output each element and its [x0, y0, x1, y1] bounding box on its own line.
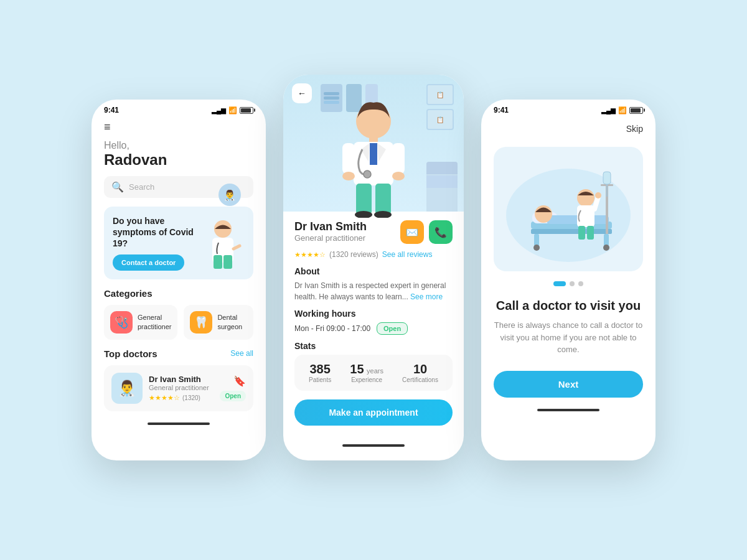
categories-title: Categories: [104, 288, 253, 299]
home-indicator-3: [537, 409, 599, 411]
battery-icon-3: [629, 107, 643, 114]
svg-rect-15: [375, 184, 391, 215]
stat-cert-label: Certifications: [402, 376, 438, 383]
stats-row: 385 Patients 15 years Experience 10 Cert…: [294, 355, 453, 391]
appointment-button[interactable]: Make an appointment: [294, 399, 453, 426]
doctor-illustration: [201, 218, 245, 268]
stat-exp-label: Experience: [350, 376, 383, 383]
status-bar-1: 9:41 ▂▄▆ 📶: [92, 100, 266, 117]
avatar[interactable]: 👨‍⚕️: [218, 184, 241, 206]
svg-rect-37: [587, 226, 594, 240]
greeting: Hello, Radovan: [104, 140, 253, 169]
about-heading: About: [294, 266, 453, 276]
covid-title: Do you have symptoms of Covid 19?: [113, 215, 201, 250]
profile-reviews: (1320 reviews): [329, 250, 378, 259]
svg-rect-11: [392, 143, 405, 174]
home-indicator-1: [148, 422, 210, 425]
stats-heading: Stats: [294, 341, 453, 351]
cat-label-general: General practitioner: [138, 313, 171, 331]
svg-point-12: [342, 172, 355, 180]
stat-exp-number: 15: [350, 362, 364, 376]
home-indicator-2: [342, 444, 405, 447]
stat-exp-unit: years: [367, 367, 383, 375]
svg-rect-2: [214, 255, 222, 269]
doctor-info-1: Dr Ivan Smith General practitioner ★★★★☆…: [149, 375, 214, 402]
screen3-content: Skip: [481, 117, 655, 404]
svg-rect-36: [578, 226, 585, 240]
svg-point-35: [595, 192, 601, 198]
doctor-stars-1: ★★★★☆: [149, 394, 180, 402]
profile-name-section: Dr Ivan Smith General practitioner: [294, 220, 367, 243]
status-bar-3: 9:41 ▂▄▆ 📶: [481, 100, 655, 117]
status-icons-1: ▂▄▆ 📶: [212, 106, 253, 114]
dot-2: [570, 281, 575, 286]
search-input[interactable]: Search: [129, 182, 154, 192]
signal-icon-3: ▂▄▆: [601, 107, 616, 114]
rating-row: ★★★★☆ (1320 reviews) See all reviews: [294, 250, 453, 259]
greeting-section: Hello, Radovan 👨‍⚕️: [104, 140, 253, 169]
cabinet-decor: [426, 162, 458, 212]
onboarding-illustration: [494, 147, 643, 271]
signal-icon: ▂▄▆: [212, 107, 226, 114]
svg-rect-8: [370, 143, 377, 165]
see-all-reviews-link[interactable]: See all reviews: [382, 250, 433, 259]
about-text: Dr Ivan Smith is a respected expert in g…: [294, 280, 453, 302]
dots-indicator: [494, 281, 643, 286]
category-general[interactable]: 🩺 General practitioner: [104, 305, 177, 340]
svg-point-24: [603, 245, 609, 251]
categories-row: 🩺 General practitioner 🦷 Dental surgeon: [104, 305, 253, 340]
cat-label-dental: Dental surgeon: [217, 313, 247, 331]
time-1: 9:41: [104, 106, 119, 114]
battery-icon: [240, 107, 253, 114]
svg-rect-14: [356, 184, 372, 215]
svg-point-13: [392, 172, 405, 180]
doctor-specialty-1: General practitioner: [149, 384, 214, 391]
skip-row: Skip: [494, 123, 643, 134]
doctor-reviews-1: (1320): [182, 394, 200, 401]
screen2-header: ← 📋 📋: [283, 75, 464, 212]
stat-patients-number: 385: [309, 362, 331, 376]
stat-experience: 15 years Experience: [350, 362, 383, 383]
hamburger-menu[interactable]: ≡: [104, 121, 253, 134]
see-all-doctors[interactable]: See all: [230, 349, 253, 358]
stat-patients-label: Patients: [309, 376, 331, 383]
svg-point-9: [364, 170, 371, 178]
greeting-hello: Hello,: [104, 140, 253, 151]
email-button[interactable]: ✉️: [400, 220, 424, 244]
svg-rect-20: [531, 229, 612, 234]
doctor-avatar-1: 👨‍⚕️: [111, 373, 143, 404]
category-dental[interactable]: 🦷 Dental surgeon: [184, 305, 253, 340]
profile-stars: ★★★★☆: [294, 251, 326, 259]
greeting-name: Radovan: [104, 151, 253, 169]
contact-doctor-button[interactable]: Contact a doctor: [113, 254, 184, 271]
covid-banner: Do you have symptoms of Covid 19? Contac…: [104, 207, 253, 279]
svg-rect-30: [603, 172, 611, 184]
stat-experience-value: 15 years: [350, 362, 383, 376]
search-icon: 🔍: [111, 181, 124, 193]
dot-1: [553, 281, 566, 286]
next-button[interactable]: Next: [494, 371, 643, 398]
profile-name: Dr Ivan Smith: [294, 220, 367, 233]
screen1-phone: 9:41 ▂▄▆ 📶 ≡ Hello, Radovan 👨‍⚕️ 🔍: [92, 100, 266, 460]
hours-heading: Working hours: [294, 309, 453, 319]
svg-rect-10: [342, 143, 355, 174]
hours-text: Mon - Fri 09:00 - 17:00: [294, 324, 370, 333]
back-button[interactable]: ←: [292, 83, 312, 103]
hours-row: Mon - Fri 09:00 - 17:00 Open: [294, 322, 453, 335]
skip-button[interactable]: Skip: [626, 124, 643, 134]
svg-line-4: [233, 246, 240, 249]
bookmark-icon[interactable]: 🔖: [233, 375, 246, 387]
screen2-body: Dr Ivan Smith General practitioner ✉️ 📞 …: [283, 212, 464, 439]
onboard-description: There is always chance to call a doctor …: [494, 319, 643, 356]
doctor-card-1[interactable]: 👨‍⚕️ Dr Ivan Smith General practitioner …: [104, 365, 253, 411]
see-more-link[interactable]: See more: [410, 292, 443, 301]
action-buttons: ✉️ 📞: [400, 220, 453, 244]
svg-rect-33: [577, 205, 594, 227]
stat-cert-number: 10: [402, 362, 438, 376]
svg-point-23: [533, 245, 540, 251]
time-3: 9:41: [494, 106, 509, 114]
top-doctors-header: Top doctors See all: [104, 348, 253, 359]
profile-specialty: General practitioner: [294, 233, 367, 243]
call-button[interactable]: 📞: [429, 220, 453, 244]
onboard-title: Call a doctor to visit you: [494, 299, 643, 313]
